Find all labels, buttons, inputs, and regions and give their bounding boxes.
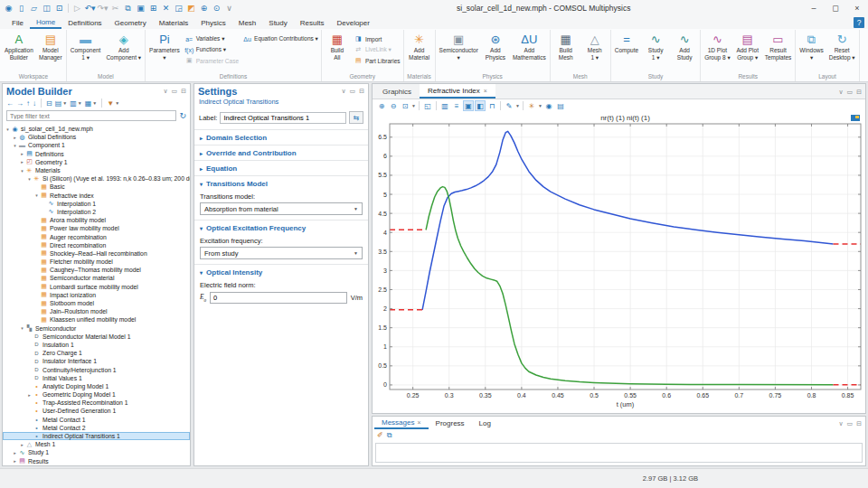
zoom-box-icon[interactable]: ⊡ (400, 100, 410, 111)
ribbon-button-mesh-1[interactable]: △Mesh1 ▾ (580, 30, 609, 72)
model-tree-nodes-icon[interactable]: ▤ (55, 99, 62, 108)
ribbon-button-add-component[interactable]: ◈AddComponent ▾ (103, 30, 144, 72)
e0-input[interactable] (210, 292, 347, 304)
print-icon[interactable]: ▤ (555, 100, 566, 111)
model-settings-icon[interactable]: ◩ (185, 2, 197, 14)
tree-item-lombardi-surface-mobility-model[interactable]: ▦Lombardi surface mobility model (3, 283, 190, 291)
panel-float-icon[interactable]: ▭ (172, 88, 178, 95)
zoom-in-icon[interactable]: ⊕ (376, 100, 387, 111)
expanded-arrow-icon[interactable]: ▾ (19, 325, 25, 331)
ribbon-button-component-1[interactable]: ▬Component1 ▾ (68, 30, 104, 72)
ribbon-button-part-libraries[interactable]: ▤Part Libraries (354, 55, 401, 66)
menu-tab-physics[interactable]: Physics (194, 16, 232, 29)
transitions-model-select[interactable]: Absorption from material ▼ (200, 202, 363, 215)
tree-item-zero-charge-1[interactable]: DZero Charge 1 (3, 349, 190, 357)
menu-tab-mesh[interactable]: Mesh (232, 16, 263, 29)
tab-messages[interactable]: Messages× (374, 417, 429, 429)
save-preview-icon[interactable]: ⊡ (53, 2, 65, 14)
ribbon-button-functions[interactable]: f(x)Functions ▾ (184, 44, 239, 55)
tree-item-continuity-heterojunction-1[interactable]: DContinuity/Heterojunction 1 (3, 365, 190, 373)
tree-item-component-1[interactable]: ▾▬Component 1 (3, 141, 190, 149)
tree-item-initial-values-1[interactable]: DInitial Values 1 (3, 374, 190, 382)
collapsed-arrow-icon[interactable]: ▸ (26, 392, 33, 398)
refresh-icon[interactable]: ↻ (179, 111, 186, 120)
tree-item-semiconductor[interactable]: ▾▚Semiconductor (3, 324, 190, 333)
menu-tab-home[interactable]: Home (30, 16, 61, 29)
cut-icon[interactable]: ✂ (109, 2, 121, 14)
tab-log[interactable]: Log (472, 417, 498, 429)
section-equation[interactable]: ▸ Equation (194, 161, 368, 175)
tree-item-auger-recombination[interactable]: ▦Auger recombination (3, 232, 190, 240)
panel-close-icon[interactable]: ⊟ (856, 420, 862, 427)
select-icon[interactable]: ◲ (173, 2, 184, 14)
tree-item-materials[interactable]: ▾✳Materials (3, 166, 190, 174)
tree-item-klaassen-unified-mobility-model[interactable]: ▦Klaassen unified mobility model (3, 315, 190, 324)
collapse-all-icon[interactable]: ⊟ (46, 99, 52, 108)
copy-icon[interactable]: ⧉ (122, 2, 134, 14)
filter-input[interactable] (6, 110, 176, 121)
collapsed-arrow-icon[interactable]: ▸ (12, 135, 18, 140)
ribbon-button-model-manager[interactable]: ▤ModelManager (36, 30, 65, 72)
panel-float-icon[interactable]: ▭ (847, 89, 854, 96)
clear-messages-icon[interactable]: ✐ (377, 431, 383, 439)
ribbon-button-variables[interactable]: a=Variables ▾ (184, 33, 239, 44)
tree-item-caughey-thomas-mobility-model[interactable]: ▦Caughey–Thomas mobility model (3, 266, 190, 274)
ribbon-button-add-physics[interactable]: ⊛AddPhysics (481, 30, 510, 72)
collapsed-arrow-icon[interactable]: ▸ (12, 458, 18, 464)
move-down-icon[interactable]: ↓ (33, 99, 36, 108)
select-mode-icon[interactable]: ▣ (463, 100, 474, 111)
zoom-out-icon[interactable]: ⊖ (388, 100, 399, 111)
show-icon[interactable]: ▥ (70, 99, 77, 108)
ribbon-button-parameters[interactable]: PiParameters▾ (146, 30, 183, 72)
menu-tab-results[interactable]: Results (294, 16, 331, 29)
tree-item-global-definitions[interactable]: ▸◍Global Definitions (3, 133, 190, 141)
move-up-icon[interactable]: ↑ (26, 99, 30, 108)
ribbon-button-compute[interactable]: =Compute (612, 30, 641, 72)
tree-item-si-solar-cell-1d-new-mph[interactable]: ▾◉si_solar_cell_1d_new.mph (3, 125, 190, 133)
tab-close-icon[interactable]: × (417, 419, 420, 426)
ribbon-button-equation-contributions[interactable]: ΔuEquation Contributions ▾ (242, 33, 318, 44)
customize-icon[interactable]: ∨ (223, 2, 235, 14)
ribbon-button-reset-desktop[interactable]: ↻ResetDesktop ▾ (826, 30, 858, 72)
tree-item-mesh-1[interactable]: ▸△Mesh 1 (3, 440, 190, 448)
tree-item-si-silicon-vuye-et-al-1993-n-k-0-26-0-83-um-200-degc[interactable]: ▾✳Si (Silicon) (Vuye et al. 1993: n,k 0.… (3, 174, 190, 183)
open-file-icon[interactable]: ▱ (28, 2, 40, 14)
ribbon-button-add-plot-group[interactable]: ▤Add PlotGroup ▾ (733, 30, 762, 72)
panel-float-icon[interactable]: ▭ (847, 420, 854, 427)
panel-float-icon[interactable]: ▭ (350, 88, 356, 95)
tab-graphics[interactable]: Graphics (374, 84, 420, 99)
tree-item-semiconductor-material-model-1[interactable]: DSemiconductor Material Model 1 (3, 333, 190, 341)
tree-item-direct-recombination[interactable]: ▦Direct recombination (3, 241, 190, 249)
comsol-logo-icon[interactable]: ◉ (3, 2, 14, 14)
menu-tab-file[interactable]: File (5, 16, 30, 29)
ribbon-button-semiconductor[interactable]: ▣Semiconductor▾ (437, 30, 481, 72)
scene-settings-icon[interactable]: ✳ (526, 100, 537, 111)
collapsed-arrow-icon[interactable]: ▸ (19, 159, 25, 164)
ribbon-button-build-all[interactable]: ▦BuildAll (323, 30, 352, 72)
paste-icon[interactable]: ▣ (135, 2, 146, 14)
forward-icon[interactable]: → (16, 99, 24, 108)
panel-close-icon[interactable]: ⊟ (359, 88, 364, 95)
menu-tab-definitions[interactable]: Definitions (61, 16, 108, 29)
redo-icon[interactable]: ↷▾ (97, 2, 108, 14)
zoom-select-quick-icon[interactable]: ⊙ (211, 2, 222, 14)
ribbon-button-import[interactable]: ◨Import (354, 33, 401, 44)
undo-icon[interactable]: ↶▾ (84, 2, 96, 14)
panel-close-icon[interactable]: ⊟ (856, 89, 862, 96)
collapsed-arrow-icon[interactable]: ▸ (19, 151, 25, 156)
collapsed-arrow-icon[interactable]: ▸ (12, 450, 18, 455)
tab-close-icon[interactable]: × (484, 88, 487, 94)
tree-item-impact-ionization[interactable]: ▦Impact ionization (3, 291, 190, 299)
tree-item-refractive-index[interactable]: ▾▦Refractive index (3, 192, 190, 200)
tree-item-semiconductor-material[interactable]: ▦Semiconductor material (3, 274, 190, 282)
ribbon-button-add-material[interactable]: ✳AddMaterial (405, 30, 434, 72)
refractive-index-plot[interactable]: 0.250.30.350.40.450.50.550.60.650.70.750… (373, 112, 866, 414)
back-icon[interactable]: ← (6, 99, 14, 108)
collapsed-arrow-icon[interactable]: ▸ (19, 442, 25, 447)
filter-icon[interactable]: ▼ (107, 99, 114, 108)
copy-messages-icon[interactable]: ⧉ (387, 431, 392, 440)
tree-item-arora-mobility-model[interactable]: ▦Arora mobility model (3, 216, 190, 224)
ribbon-button-study-1[interactable]: ∿Study1 ▾ (641, 30, 670, 72)
tree-item-metal-contact-1[interactable]: •Metal Contact 1 (3, 416, 190, 424)
expanded-arrow-icon[interactable]: ▾ (5, 127, 11, 132)
